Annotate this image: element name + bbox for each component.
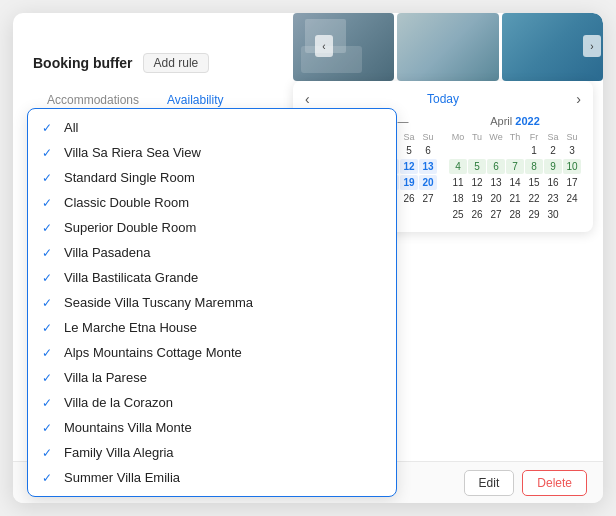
booking-header: Booking buffer Add rule: [33, 53, 209, 73]
dropdown-item-label: Alps Mountains Cottage Monte: [64, 345, 242, 360]
dropdown-item-label: Seaside Villa Tuscany Maremma: [64, 295, 253, 310]
dropdown-item[interactable]: ✓Le Marche Etna House: [28, 315, 396, 340]
check-icon: ✓: [42, 421, 56, 435]
cal-day[interactable]: 5: [468, 159, 486, 174]
dropdown-item[interactable]: ✓Villa Pasadena: [28, 240, 396, 265]
bathroom-image: [293, 13, 394, 81]
cal-day[interactable]: 24: [563, 191, 581, 206]
accommodation-dropdown: ✓All✓Villa Sa Riera Sea View✓Standard Si…: [27, 108, 397, 497]
cal-day[interactable]: 15: [525, 175, 543, 190]
cal-day[interactable]: 17: [563, 175, 581, 190]
dropdown-item[interactable]: ✓Villa Sa Riera Sea View: [28, 140, 396, 165]
cal-today-button[interactable]: Today: [427, 92, 459, 106]
dropdown-item-label: Superior Double Room: [64, 220, 196, 235]
cal-day[interactable]: [487, 143, 505, 158]
image-prev-button[interactable]: ‹: [315, 35, 333, 57]
cal-day[interactable]: 2: [544, 143, 562, 158]
check-icon: ✓: [42, 121, 56, 135]
check-icon: ✓: [42, 321, 56, 335]
cal-day[interactable]: 10: [563, 159, 581, 174]
day-header: Tu: [468, 132, 486, 142]
dropdown-item[interactable]: ✓Villa la Parese: [28, 365, 396, 390]
image-next-button[interactable]: ›: [583, 35, 601, 57]
cal-day[interactable]: 16: [544, 175, 562, 190]
cal-day[interactable]: 20: [487, 191, 505, 206]
add-rule-button[interactable]: Add rule: [143, 53, 210, 73]
cal-day[interactable]: 27: [487, 207, 505, 222]
cal-day[interactable]: 18: [449, 191, 467, 206]
cal-day[interactable]: 25: [449, 207, 467, 222]
cal-day[interactable]: 9: [544, 159, 562, 174]
check-icon: ✓: [42, 346, 56, 360]
cal-day[interactable]: 12: [400, 159, 418, 174]
dropdown-item[interactable]: ✓Seaside Villa Tuscany Maremma: [28, 290, 396, 315]
dropdown-item-label: Classic Double Room: [64, 195, 189, 210]
april-title: April 2022: [449, 115, 581, 127]
dropdown-item[interactable]: ✓Summer Villa Emilia: [28, 465, 396, 490]
dropdown-item[interactable]: ✓All: [28, 115, 396, 140]
dropdown-item-label: Family Villa Alegria: [64, 445, 174, 460]
cal-day[interactable]: 19: [400, 175, 418, 190]
cal-next-button[interactable]: ›: [576, 91, 581, 107]
cal-day[interactable]: [506, 143, 524, 158]
cal-day[interactable]: 3: [563, 143, 581, 158]
dropdown-item[interactable]: ✓Villa Bastilicata Grande: [28, 265, 396, 290]
cal-day[interactable]: 26: [468, 207, 486, 222]
dropdown-item[interactable]: ✓Classic Double Room: [28, 190, 396, 215]
check-icon: ✓: [42, 246, 56, 260]
cal-day[interactable]: 30: [544, 207, 562, 222]
cal-prev-button[interactable]: ‹: [305, 91, 310, 107]
dropdown-item[interactable]: ✓Superior Double Room: [28, 215, 396, 240]
april-grid: Mo Tu We Th Fr Sa Su 1 2 3 4 5 6: [449, 132, 581, 222]
cal-day[interactable]: 23: [544, 191, 562, 206]
check-icon: ✓: [42, 296, 56, 310]
cal-day[interactable]: 13: [487, 175, 505, 190]
dropdown-item[interactable]: ✓Mountains Villa Monte: [28, 415, 396, 440]
cal-day[interactable]: 27: [419, 191, 437, 206]
dropdown-item[interactable]: ✓Villa de la Corazon: [28, 390, 396, 415]
main-card: ‹ › Booking buffer Add rule Accommodatio…: [13, 13, 603, 503]
dropdown-item-label: Villa Pasadena: [64, 245, 151, 260]
cal-day[interactable]: 22: [525, 191, 543, 206]
cal-day[interactable]: 11: [449, 175, 467, 190]
check-icon: ✓: [42, 146, 56, 160]
day-header: Fr: [525, 132, 543, 142]
dropdown-item[interactable]: ✓Standard Single Room: [28, 165, 396, 190]
cal-day[interactable]: 29: [525, 207, 543, 222]
cal-day[interactable]: 6: [419, 143, 437, 158]
cal-day[interactable]: 7: [506, 159, 524, 174]
dropdown-item-label: Villa Sa Riera Sea View: [64, 145, 201, 160]
cal-day[interactable]: 20: [419, 175, 437, 190]
calendar-header: ‹ Today ›: [305, 91, 581, 107]
cal-day[interactable]: 14: [506, 175, 524, 190]
day-header: Sa: [400, 132, 418, 142]
check-icon: ✓: [42, 471, 56, 485]
dropdown-item[interactable]: ✓Alps Mountains Cottage Monte: [28, 340, 396, 365]
calendar-month-april: April 2022 Mo Tu We Th Fr Sa Su 1 2 3: [449, 115, 581, 222]
dropdown-item-label: Villa la Parese: [64, 370, 147, 385]
dropdown-item-label: Summer Villa Emilia: [64, 470, 180, 485]
cal-day[interactable]: 4: [449, 159, 467, 174]
cal-day[interactable]: 13: [419, 159, 437, 174]
cal-day[interactable]: 28: [506, 207, 524, 222]
dropdown-item[interactable]: ✓Family Villa Alegria: [28, 440, 396, 465]
cal-day[interactable]: 26: [400, 191, 418, 206]
cal-day[interactable]: [468, 143, 486, 158]
cal-day[interactable]: 19: [468, 191, 486, 206]
check-icon: ✓: [42, 271, 56, 285]
day-header: Su: [563, 132, 581, 142]
image-strip: [293, 13, 603, 81]
cal-day[interactable]: 1: [525, 143, 543, 158]
edit-button[interactable]: Edit: [464, 470, 515, 496]
cal-day[interactable]: 12: [468, 175, 486, 190]
cal-day[interactable]: 21: [506, 191, 524, 206]
dropdown-item-label: Standard Single Room: [64, 170, 195, 185]
delete-button[interactable]: Delete: [522, 470, 587, 496]
check-icon: ✓: [42, 196, 56, 210]
cal-day[interactable]: [449, 143, 467, 158]
dropdown-item-label: Le Marche Etna House: [64, 320, 197, 335]
cal-day[interactable]: 5: [400, 143, 418, 158]
check-icon: ✓: [42, 221, 56, 235]
cal-day[interactable]: 8: [525, 159, 543, 174]
cal-day[interactable]: 6: [487, 159, 505, 174]
